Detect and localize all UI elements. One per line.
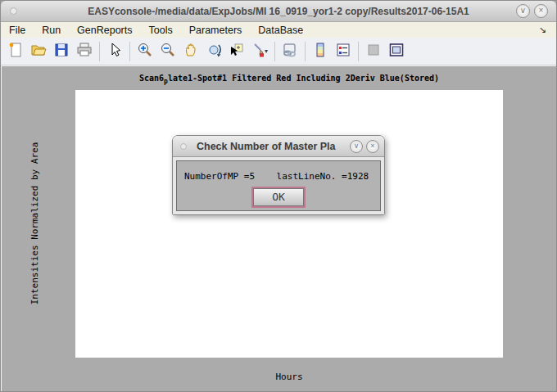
colorbar-button[interactable] — [310, 41, 331, 62]
legend-button[interactable] — [333, 41, 354, 62]
new-file-icon — [7, 42, 24, 61]
save-icon — [53, 42, 70, 61]
dialog-title: Check Number of Master Pla — [197, 141, 337, 152]
toolbar-separator — [99, 42, 100, 61]
open-file-button[interactable] — [28, 41, 49, 62]
open-file-icon — [30, 42, 47, 61]
hide-plot-tools-icon — [365, 42, 382, 61]
print-icon — [76, 42, 93, 61]
data-cursor-icon — [229, 42, 245, 61]
toolbar-separator — [358, 42, 359, 61]
pan-hand-button[interactable] — [180, 41, 202, 62]
save-button[interactable] — [51, 41, 72, 62]
dialog-close-button[interactable]: × — [366, 140, 379, 153]
menu-parameters[interactable]: Parameters — [181, 24, 251, 37]
legend-icon — [335, 42, 351, 61]
toolbar-separator — [305, 42, 306, 61]
chart-title: Scan6plate1-Spot#1 Filtered Red Includin… — [139, 74, 439, 85]
window-close-button[interactable]: × — [534, 4, 548, 18]
dialog-content-panel: NumberOfMP =5 lastLineNo. =1928 OK — [176, 160, 381, 211]
window-titlebar: EASYconsole-/media/data/ExpJobs/MI 16_09… — [1, 1, 556, 22]
link-plot-icon — [282, 42, 298, 61]
check-master-plates-dialog: Check Number of Master Pla ∨ × NumberOfM… — [172, 135, 385, 215]
menu-database[interactable]: DataBase — [250, 24, 311, 37]
zoom-out-button[interactable] — [157, 41, 179, 62]
link-plot-button[interactable] — [279, 41, 301, 62]
growth-curve-chart[interactable]: Scan6plate1-Spot#1 Filtered Red Includin… — [2, 66, 557, 392]
menu-genreports[interactable]: GenReports — [69, 24, 140, 37]
menu-file[interactable]: File — [1, 24, 34, 37]
dialog-titlebar[interactable]: Check Number of Master Pla ∨ × — [173, 136, 384, 157]
menu-tools[interactable]: Tools — [141, 24, 181, 37]
brush-dropdown-arrow[interactable]: ▾ — [265, 47, 269, 55]
x-axis-label: Hours — [275, 372, 302, 382]
new-file-button[interactable] — [5, 41, 26, 62]
dialog-message: NumberOfMP =5 lastLineNo. =1928 — [177, 161, 380, 182]
dock-figure-icon — [388, 42, 405, 61]
colorbar-icon — [312, 42, 328, 61]
dialog-window-icon — [180, 143, 187, 150]
zoom-in-icon — [137, 42, 153, 61]
edit-arrow-button[interactable] — [104, 41, 125, 62]
menu-run[interactable]: Run — [34, 24, 69, 37]
pan-hand-icon — [183, 42, 199, 61]
brush-icon — [250, 42, 266, 61]
dialog-body: NumberOfMP =5 lastLineNo. =1928 OK — [173, 157, 384, 214]
figure-area: Scan6plate1-Spot#1 Filtered Red Includin… — [1, 65, 556, 392]
menu-bar: File Run GenReports Tools Parameters Dat… — [1, 22, 556, 38]
window-minimize-button[interactable]: ∨ — [516, 4, 530, 18]
easyconsole-window: EASYconsole-/media/data/ExpJobs/MI 16_09… — [0, 0, 557, 392]
dialog-minimize-button[interactable]: ∨ — [350, 140, 363, 153]
toolbar-separator — [274, 42, 275, 61]
data-cursor-button[interactable] — [226, 41, 247, 62]
window-title: EASYconsole-/media/data/ExpJobs/MI 16_09… — [1, 6, 556, 17]
rotate-3d-icon — [206, 42, 222, 61]
toolbar-separator — [129, 42, 130, 61]
dock-figure-button[interactable] — [386, 41, 407, 62]
brush-button[interactable]: ▾ — [249, 41, 270, 62]
ok-button[interactable]: OK — [253, 188, 304, 206]
zoom-in-button[interactable] — [134, 41, 156, 62]
rotate-3d-button[interactable] — [203, 41, 224, 62]
figure-toolbar: ▾ — [1, 38, 556, 65]
edit-arrow-icon — [106, 42, 123, 61]
print-button[interactable] — [74, 41, 95, 62]
zoom-out-icon — [160, 42, 176, 61]
y-axis-label: Intensities Normalized by Area — [29, 142, 40, 305]
menu-overflow-icon[interactable]: ↘ — [539, 25, 546, 35]
hide-plot-tools-button[interactable] — [363, 41, 384, 62]
